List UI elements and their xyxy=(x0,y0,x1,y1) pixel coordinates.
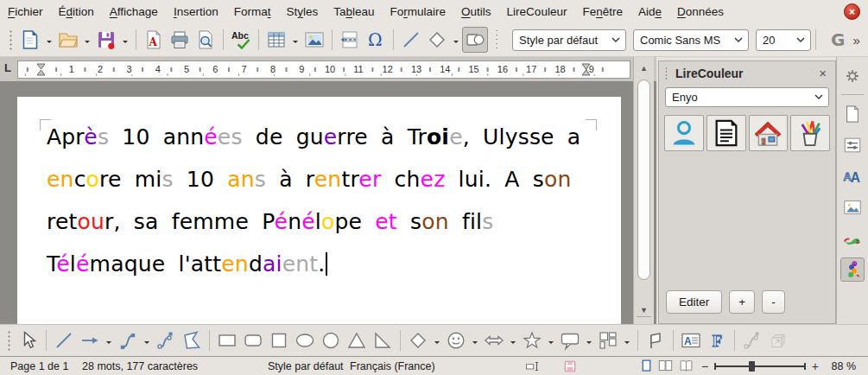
panel-close-icon[interactable]: × xyxy=(817,66,828,80)
page-style[interactable]: Style par défaut xyxy=(268,360,344,372)
round-rect-button[interactable] xyxy=(240,327,266,353)
view-book-icon[interactable] xyxy=(679,359,694,375)
menu-lirecouleur[interactable]: LireCouleur xyxy=(499,1,575,22)
flowchart-button[interactable] xyxy=(595,327,621,353)
diamond-button[interactable] xyxy=(405,327,431,353)
flowchart-dropdown[interactable] xyxy=(621,327,633,353)
rail-blank-page-button[interactable] xyxy=(840,102,865,126)
menu-styles[interactable]: Styles xyxy=(278,1,326,22)
menu-tableau[interactable]: Tableau xyxy=(326,1,382,22)
spellcheck-button[interactable]: Abc xyxy=(228,27,254,53)
save-dropdown[interactable] xyxy=(119,27,131,53)
menu-fenetre[interactable]: Fenêtre xyxy=(574,1,630,22)
right-triangle-button[interactable] xyxy=(370,327,396,353)
callout-button[interactable] xyxy=(557,327,583,353)
rail-gear-button[interactable] xyxy=(840,64,865,88)
pencils-button[interactable] xyxy=(790,115,830,151)
rail-properties-button[interactable] xyxy=(840,133,865,157)
print-preview-button[interactable] xyxy=(193,27,219,53)
insert-mode-icon[interactable] xyxy=(525,359,541,375)
menu-insertion[interactable]: Insertion xyxy=(166,1,226,22)
person-button[interactable] xyxy=(664,115,704,151)
special-char-button[interactable]: Ω xyxy=(363,27,389,53)
smiley-dropdown[interactable] xyxy=(469,327,481,353)
font-name-combo[interactable]: Comic Sans MS xyxy=(633,29,749,51)
fontwork-button[interactable]: F xyxy=(704,327,730,353)
zoom-slider[interactable]: − + xyxy=(701,357,819,375)
line-arrow-button[interactable] xyxy=(77,327,103,353)
toolbar-overflow-button[interactable]: » xyxy=(852,33,859,48)
basic-shapes-button[interactable] xyxy=(424,27,450,53)
ellipse-button[interactable] xyxy=(292,327,318,353)
editer-button[interactable]: Editer xyxy=(666,290,722,314)
toolbar-grip[interactable] xyxy=(7,330,11,351)
word-count[interactable]: 28 mots, 177 caractères xyxy=(82,360,198,372)
callout-dropdown[interactable] xyxy=(583,327,595,353)
insert-line-button[interactable] xyxy=(398,27,424,53)
draw-functions-button[interactable] xyxy=(462,27,488,53)
rail-caterpillar-button[interactable] xyxy=(840,257,865,282)
freeform-button[interactable] xyxy=(153,327,179,353)
view-multi-page-icon[interactable] xyxy=(658,359,673,375)
menu-outils[interactable]: Outils xyxy=(453,1,499,22)
font-size-combo[interactable]: 20 xyxy=(756,29,811,51)
triangle-button[interactable] xyxy=(344,327,370,353)
document-button[interactable] xyxy=(706,115,746,151)
star-button[interactable] xyxy=(519,327,545,353)
menu-formulaire[interactable]: Formulaire xyxy=(383,1,454,22)
insert-table-button[interactable] xyxy=(263,27,289,53)
toolbar-grip[interactable] xyxy=(9,29,13,50)
page-count[interactable]: Page 1 de 1 xyxy=(10,360,68,372)
star-dropdown[interactable] xyxy=(545,327,557,353)
print-button[interactable] xyxy=(167,27,193,53)
line-arrow-dropdown[interactable] xyxy=(103,327,115,353)
toolbar-divider-handle[interactable] xyxy=(494,29,499,51)
insert-table-dropdown[interactable] xyxy=(289,27,301,53)
square-button[interactable] xyxy=(266,327,292,353)
diamond-dropdown[interactable] xyxy=(431,327,443,353)
scroll-down-icon[interactable]: ▼ xyxy=(637,303,651,317)
menu-affichage[interactable]: Affichage xyxy=(102,1,166,22)
zoom-in-icon[interactable]: + xyxy=(812,359,819,373)
menu-edition[interactable]: Édition xyxy=(51,1,102,22)
insert-line-button[interactable] xyxy=(51,327,77,353)
new-doc-dropdown[interactable] xyxy=(43,27,55,53)
scroll-up-icon[interactable]: ▲ xyxy=(637,61,651,75)
page-break-button[interactable] xyxy=(337,27,363,53)
export-pdf-button[interactable]: A xyxy=(141,27,167,53)
plus-button[interactable]: + xyxy=(729,290,755,314)
save-status-icon[interactable] xyxy=(563,359,577,375)
document-page[interactable]: Après 10 années de guerre à Troie, Ulyss… xyxy=(17,97,621,324)
zoom-out-icon[interactable]: − xyxy=(701,359,708,373)
bold-button[interactable]: G xyxy=(831,29,845,50)
textbox-button[interactable]: A xyxy=(678,327,704,353)
open-folder-dropdown[interactable] xyxy=(81,27,93,53)
text-language[interactable]: Français (France) xyxy=(350,360,435,372)
zoom-thumb[interactable] xyxy=(749,361,755,372)
indent-marker-right[interactable] xyxy=(581,63,591,80)
rail-character-button[interactable]: AA xyxy=(840,164,865,188)
smiley-button[interactable] xyxy=(443,327,469,353)
tab-stop-selector[interactable]: L xyxy=(4,61,11,74)
circle-button[interactable] xyxy=(318,327,344,353)
minus-button[interactable]: - xyxy=(762,290,785,314)
save-button[interactable] xyxy=(93,27,119,53)
open-folder-button[interactable] xyxy=(55,27,81,53)
indent-marker-left[interactable] xyxy=(36,63,46,80)
scrollbar-thumb[interactable] xyxy=(637,79,650,280)
rail-gallery-button[interactable] xyxy=(840,195,865,219)
menu-fichier[interactable]: Fichier xyxy=(0,1,51,22)
close-icon[interactable]: × xyxy=(844,3,860,20)
horizontal-ruler[interactable]: 12345678910111213141516171819 xyxy=(17,60,630,79)
select-arrow-button[interactable] xyxy=(16,327,41,353)
curve-button[interactable] xyxy=(115,327,141,353)
menu-aide[interactable]: Aide xyxy=(630,1,669,22)
rect-button[interactable] xyxy=(214,327,240,353)
view-single-page-icon[interactable] xyxy=(639,359,654,375)
vertical-scrollbar[interactable]: ▲ ▼ xyxy=(633,57,654,324)
polygon-button[interactable] xyxy=(179,327,205,353)
basic-shapes-dropdown[interactable] xyxy=(450,27,462,53)
menu-donnees[interactable]: Données xyxy=(669,1,732,22)
insert-image-button[interactable] xyxy=(301,27,327,53)
paragraph-style-combo[interactable]: Style par défaut xyxy=(512,29,626,51)
